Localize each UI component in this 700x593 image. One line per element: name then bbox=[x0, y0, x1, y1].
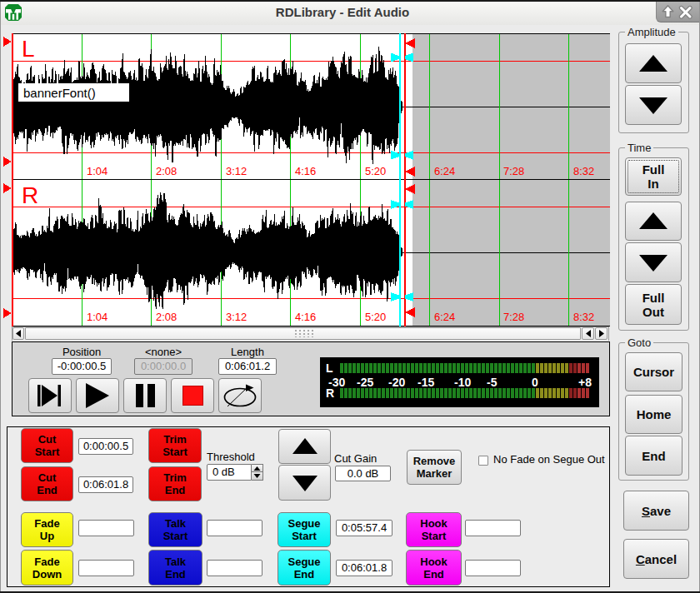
svg-text:8:32: 8:32 bbox=[573, 311, 594, 323]
svg-text:4:16: 4:16 bbox=[295, 311, 316, 323]
svg-text:7:28: 7:28 bbox=[503, 311, 524, 323]
svg-text:8:32: 8:32 bbox=[573, 165, 594, 177]
svg-text:2:08: 2:08 bbox=[156, 311, 177, 323]
svg-text:1:04: 1:04 bbox=[87, 165, 108, 177]
svg-text:7:28: 7:28 bbox=[503, 165, 524, 177]
svg-text:6:24: 6:24 bbox=[434, 311, 455, 323]
svg-text:5:20: 5:20 bbox=[365, 311, 386, 323]
svg-text:3:12: 3:12 bbox=[226, 165, 247, 177]
svg-text:3:12: 3:12 bbox=[226, 311, 247, 323]
svg-text:4:16: 4:16 bbox=[295, 165, 316, 177]
svg-text:R: R bbox=[22, 182, 38, 208]
svg-text:L: L bbox=[22, 36, 35, 62]
svg-text:2:08: 2:08 bbox=[156, 165, 177, 177]
svg-text:bannerFont(): bannerFont() bbox=[23, 86, 96, 100]
svg-text:6:24: 6:24 bbox=[434, 165, 455, 177]
svg-text:1:04: 1:04 bbox=[87, 311, 108, 323]
svg-text:5:20: 5:20 bbox=[365, 165, 386, 177]
